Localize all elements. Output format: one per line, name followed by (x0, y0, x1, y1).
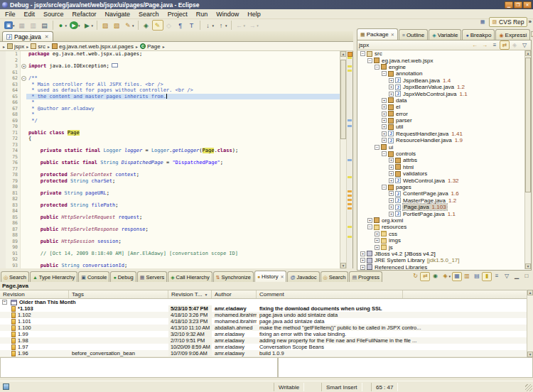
collapse-expander-icon[interactable]: − (367, 58, 372, 63)
toolbar-print-button[interactable]: ▤ (39, 20, 50, 31)
view-tab-outline[interactable]: ≡Outline (399, 29, 428, 40)
expand-expander-icon[interactable]: + (382, 131, 387, 136)
menu-window[interactable]: Window (212, 10, 243, 18)
tree-item-eg-java-net-web-jspx[interactable]: −eg.java.net.web.jspx (357, 57, 531, 63)
tree-item-pages[interactable]: −pages (357, 184, 531, 190)
toolbar-run-button[interactable]: ▶▾ (68, 20, 82, 31)
bottom-tab-search[interactable]: ◎Search (321, 271, 349, 282)
breadcrumb-item-eg-java-net-web-jspx-ui-pages[interactable]: eg.java.net.web.jspx.ui.pages (52, 43, 134, 50)
annotation-mark[interactable] (348, 159, 352, 161)
tree-item-util[interactable]: +util (357, 124, 531, 130)
editor-vertical-scrollbar[interactable]: ▲▼ (340, 51, 346, 268)
annotation-mark[interactable] (348, 57, 352, 59)
tree-item-parser[interactable]: +parser (357, 117, 531, 124)
expand-expander-icon[interactable]: + (389, 205, 394, 209)
expand-expander-icon[interactable]: + (389, 158, 394, 163)
expand-expander-icon[interactable]: + (382, 118, 387, 123)
annotation-mark[interactable] (348, 203, 352, 205)
close-button[interactable]: ✕ (523, 1, 532, 9)
fold-expand-icon[interactable]: + (21, 64, 26, 69)
pkg-toolbar-view-menu-button[interactable]: ▽ (519, 40, 529, 50)
hist-toolbar-refresh-button[interactable]: ↻ (410, 272, 420, 281)
toolbar-mark-occurrences-button[interactable]: ✎ (152, 20, 163, 31)
tree-item-resources[interactable]: −resources (357, 224, 531, 230)
menu-help[interactable]: Help (243, 10, 265, 18)
tree-item-contentpage-java[interactable]: +JContentPage.java1.6 (357, 190, 531, 197)
menu-project[interactable]: Project (163, 10, 192, 18)
expand-expander-icon[interactable]: + (375, 245, 379, 250)
bottom-tab-console[interactable]: ▣Console (78, 271, 109, 282)
history-tags-pane[interactable] (278, 357, 533, 378)
hist-toolbar-show-local-remote-button[interactable]: ▦ (452, 272, 462, 281)
close-icon[interactable]: ✕ (45, 34, 49, 40)
expand-expander-icon[interactable]: + (360, 265, 365, 270)
history-group-row[interactable]: −Older than This Month (0, 299, 527, 305)
view-tab-variable[interactable]: ◈Variable (429, 29, 461, 40)
annotation-mark[interactable] (348, 236, 352, 238)
collapsed-region-icon[interactable] (112, 63, 118, 67)
annotation-mark[interactable] (348, 176, 352, 178)
tree-item-js[interactable]: +js (357, 244, 531, 250)
close-icon[interactable]: ✕ (280, 274, 284, 279)
history-comment-pane[interactable] (0, 357, 278, 378)
open-perspective-button[interactable]: ▦ (478, 17, 488, 27)
tree-item-el[interactable]: +el (357, 104, 531, 110)
view-tab-breakpo[interactable]: ●Breakpo (462, 29, 495, 40)
expand-expander-icon[interactable]: + (367, 218, 372, 223)
tree-item-jre-system-library[interactable]: +JRE System Library[jdk1.5.0_17] (357, 257, 531, 263)
tree-item-validators[interactable]: +validators (357, 170, 531, 177)
history-row-1-102[interactable]: 1.1024/18/10 3:26 PMmohamed.ibrahimpage.… (0, 312, 527, 318)
bottom-tab-history[interactable]: ●History✕ (254, 271, 287, 282)
menu-run[interactable]: Run (192, 10, 212, 18)
toolbar-next-annotation-button[interactable]: ↓▾ (203, 20, 216, 31)
collapse-expander-icon[interactable]: − (367, 224, 372, 229)
tree-item-attrbs[interactable]: +attrbs (357, 157, 531, 163)
hist-toolbar-pin-button[interactable]: ◉ (430, 272, 440, 281)
hist-toolbar-minimize-button[interactable]: ▁ (512, 272, 522, 281)
breadcrumb-item-page[interactable]: CPage (140, 43, 161, 50)
tree-item-src[interactable]: −src (357, 50, 531, 57)
annotation-mark[interactable] (348, 226, 352, 228)
expand-expander-icon[interactable]: + (382, 104, 387, 109)
expand-expander-icon[interactable]: + (389, 171, 394, 176)
bottom-tab-synchronize[interactable]: ⇅Synchronize (213, 271, 254, 282)
toolbar-show-editor-button[interactable]: T (186, 20, 198, 31)
history-row-1-96[interactable]: 1.96before_conversation_bean10/7/09 9:06… (0, 350, 527, 356)
menu-edit[interactable]: Edit (20, 10, 40, 18)
tree-item-page-java[interactable]: +JPage.java1.103 (357, 204, 531, 210)
annotation-mark[interactable] (348, 119, 352, 121)
tree-item-referenced-libraries[interactable]: +Referenced Libraries (357, 264, 531, 271)
editor-tab-page-java[interactable]: J Page.java ✕ (2, 31, 53, 41)
pkg-toolbar-back-button[interactable]: ← (470, 40, 480, 50)
column-header-revision-t[interactable]: Revision T...▼ (168, 290, 212, 298)
annotation-mark[interactable] (348, 195, 352, 197)
expand-expander-icon[interactable]: + (382, 111, 387, 116)
tree-item-css[interactable]: +css (357, 231, 531, 237)
hist-toolbar-show-remote-button[interactable]: ▤ (472, 272, 482, 281)
tree-item-jspxbean-java[interactable]: +JJspxBean.java1.4 (357, 77, 531, 84)
resize-grip[interactable] (525, 384, 532, 391)
tree-item-requesthandler-java[interactable]: +JRequestHandler.java1.41 (357, 131, 531, 137)
expand-expander-icon[interactable]: + (382, 138, 387, 143)
bottom-tab-javadoc[interactable]: @Javadoc (287, 271, 319, 282)
scroll-down-icon[interactable]: ▼ (525, 263, 531, 269)
tree-scrollbar[interactable]: ▲▼ (524, 50, 531, 269)
column-header-author[interactable]: Author (212, 290, 257, 298)
collapse-expander-icon[interactable]: − (375, 65, 379, 70)
pkg-toolbar-forward-button[interactable]: → (480, 40, 490, 50)
expand-expander-icon[interactable]: + (360, 251, 365, 256)
collapse-expander-icon[interactable]: − (382, 185, 387, 190)
toolbar-open-resource-button[interactable]: ▧ (111, 20, 122, 31)
hist-toolbar-collapse-all-button[interactable]: ≡ (492, 272, 502, 281)
annotation-mark[interactable] (348, 70, 352, 72)
annotation-overview-ruler[interactable] (346, 51, 352, 268)
column-header-tags[interactable]: Tags (69, 290, 168, 298)
bottom-tab-search[interactable]: ◎Search (1, 271, 29, 282)
minimize-button[interactable]: ▁ (505, 1, 513, 9)
tree-item-jboss-v4-2[interactable]: +JBoss v4.2[JBoss v4.2] (357, 251, 531, 257)
expand-expander-icon[interactable]: + (389, 191, 394, 196)
collapse-expander-icon[interactable]: − (382, 151, 387, 156)
toolbar-new-button[interactable]: ▣▾ (3, 20, 16, 31)
hist-toolbar-group-by-date-button[interactable]: ◈▾ (440, 272, 452, 281)
collapse-expander-icon[interactable]: − (2, 300, 7, 305)
